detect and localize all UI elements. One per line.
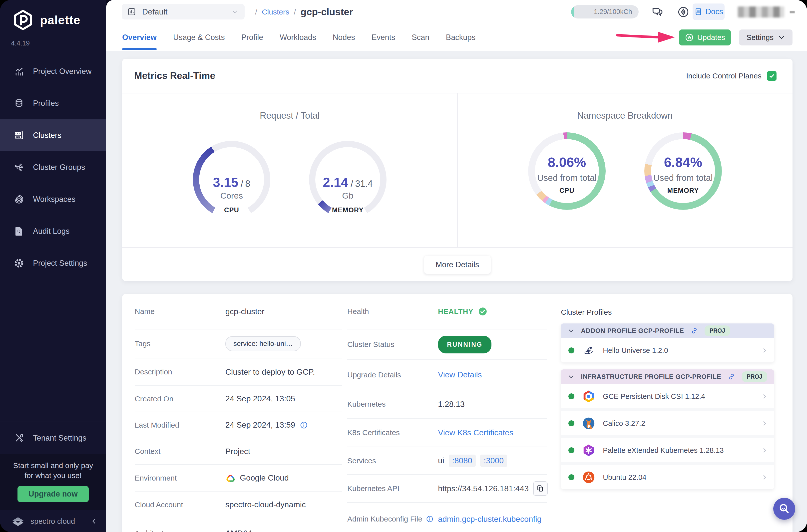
details-left-column: Name gcp-cluster Tags service: hello-uni… [135,294,342,532]
annotation-arrow [616,30,678,44]
service-port-link[interactable]: :8080 [449,455,476,467]
sidebar-footer: spectro cloud [0,510,106,532]
cpu-gauge: 3.15/8 Cores CPU [193,141,270,218]
sidebar-item-tenant-settings[interactable]: Tenant Settings [0,422,106,454]
detail-row-tags: Tags service: hello-uni… [135,329,342,358]
sidebar-item-project-settings[interactable]: Project Settings [0,247,106,279]
tab-overview[interactable]: Overview [122,24,157,51]
status-badge: RUNNING [438,336,491,354]
memory-gauge-total: 31.4 [355,178,373,189]
project-chart-icon [127,7,136,16]
profile-layer-calico[interactable]: Calico 3.27.2 [561,411,774,438]
tab-workloads[interactable]: Workloads [280,24,316,51]
tab-events[interactable]: Events [372,24,395,51]
tab-scan[interactable]: Scan [412,24,430,51]
metrics-footer: More Details [122,247,792,282]
chevron-right-icon[interactable] [762,474,768,480]
tag-chip[interactable]: service: hello-uni… [225,336,301,351]
breadcrumb-clusters-link[interactable]: Clusters [262,8,289,16]
app-version: 4.4.19 [11,39,30,47]
service-port-link[interactable]: :3000 [480,455,507,467]
breadcrumb-separator: / [255,7,257,17]
addon-profile-header[interactable]: ADDON PROFILE GCP-PROFILE PROJ [561,323,774,338]
more-details-button[interactable]: More Details [424,256,491,274]
profile-layer-pxk[interactable]: Palette eXtended Kubernetes 1.28.13 [561,438,774,465]
docs-button[interactable]: Docs [693,3,725,20]
profile-layer-gce-csi[interactable]: GCE Persistent Disk CSI 1.12.4 [561,384,774,411]
sidebar-item-label: Clusters [33,131,61,140]
chevron-right-icon[interactable] [762,447,768,453]
profile-layer-ubuntu[interactable]: Ubuntu 22.04 [561,465,774,489]
check-circle-icon [478,307,487,316]
detail-row-k8s-certs: K8s Certificates View K8s Certificates [347,419,547,447]
chevron-down-icon [568,327,575,334]
collapse-sidebar-icon[interactable] [90,517,98,525]
detail-row-cluster-status: Cluster Status RUNNING [347,329,547,360]
chevron-right-icon[interactable] [762,393,768,399]
sidebar-item-clusters[interactable]: Clusters [0,119,106,151]
chart-divider [457,93,458,247]
cluster-name-value: gcp-cluster [225,307,265,316]
chart-overview-icon [14,66,24,76]
brand: palette [13,10,80,31]
search-fab[interactable] [773,498,795,520]
request-total-title: Request / Total [122,110,457,121]
docs-label: Docs [706,7,723,16]
profile-layer-hello-universe[interactable]: Hello Universe 1.2.0 [561,338,774,362]
include-control-planes-checkbox[interactable] [767,71,776,81]
scope-badge: PROJ [705,325,730,336]
copy-button[interactable] [533,481,548,496]
namespace-breakdown-panel: Namespace Breakdown 8.06% Used from tota… [457,93,792,247]
sidebar-item-label: Tenant Settings [33,434,87,442]
sidebar-item-project-overview[interactable]: Project Overview [0,55,106,88]
clusters-icon [14,130,24,140]
link-icon [691,327,698,335]
cpu-gauge-total: 8 [245,178,250,189]
view-k8s-certificates-link[interactable]: View K8s Certificates [438,428,513,437]
status-dot [568,447,575,453]
chevron-down-icon [568,374,575,380]
info-icon[interactable] [426,515,434,523]
detail-row-kubeconfig: Admin Kubeconfig File admin.gcp-cluster.… [347,503,547,532]
sidebar-item-profiles[interactable]: Profiles [0,88,106,119]
tab-usage-costs[interactable]: Usage & Costs [173,24,225,51]
view-details-link[interactable]: View Details [438,370,482,379]
workspaces-icon [14,194,24,204]
promo-text: Start small and only pay for what you us… [0,460,106,480]
cpu-donut-caption: Used from total [528,173,606,183]
sidebar-item-workspaces[interactable]: Workspaces [0,183,106,215]
tab-backups[interactable]: Backups [446,24,475,51]
compass-icon[interactable] [677,5,690,18]
status-dot [568,474,575,480]
sidebar-item-cluster-groups[interactable]: Cluster Groups [0,151,106,183]
cpu-donut-percent: 8.06% [528,154,606,170]
chevron-right-icon[interactable] [762,347,768,354]
detail-row-created: Created On 24 Sep 2024, 13:05 [135,386,342,412]
status-dot [568,347,575,354]
tab-profile[interactable]: Profile [241,24,263,51]
tools-icon [14,433,24,443]
page-title: gcp-cluster [301,6,353,18]
upgrade-now-button[interactable]: Upgrade now [18,486,89,502]
link-icon [728,373,735,380]
search-icon [778,502,791,515]
user-name-blurred[interactable] [738,6,784,18]
sidebar-item-audit-logs[interactable]: Audit Logs [0,215,106,247]
cluster-profiles-column: Cluster Profiles ADDON PROFILE GCP-PROFI… [561,294,774,489]
metrics-charts: Request / Total 3.15/8 Cores CPU 2.14/31… [122,93,792,247]
kubeconfig-download-link[interactable]: admin.gcp-cluster.kubeconfig [438,514,541,524]
infrastructure-profile-header[interactable]: INFRASTRUCTURE PROFILE GCP-PROFILE PROJ [561,369,774,384]
detail-row-environment: Environment Google Cloud [135,465,342,492]
detail-row-upgrade: Upgrade Details View Details [347,360,547,390]
tab-nodes[interactable]: Nodes [333,24,355,51]
chevron-right-icon[interactable] [762,420,768,426]
info-icon[interactable] [300,421,308,429]
namespace-breakdown-title: Namespace Breakdown [457,110,792,121]
settings-button[interactable]: Settings [739,30,792,45]
chat-icon[interactable] [651,5,664,18]
updates-button[interactable]: Updates [679,30,731,45]
profiles-icon [14,98,24,108]
project-selector[interactable]: Default [122,4,245,19]
request-total-panel: Request / Total 3.15/8 Cores CPU 2.14/31… [122,93,457,247]
status-dot [568,420,575,426]
